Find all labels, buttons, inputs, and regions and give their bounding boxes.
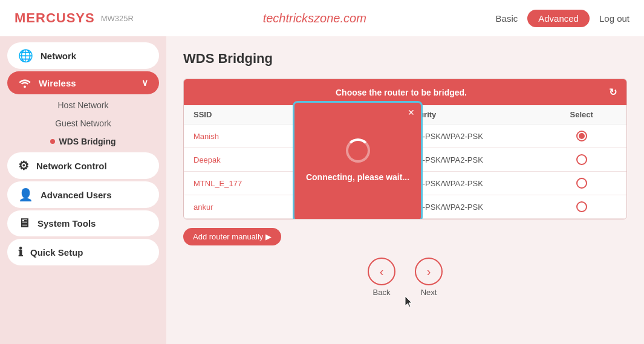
sidebar-item-wds-bridging[interactable]: WDS Bridging — [7, 133, 159, 150]
quick-setup-icon: ℹ — [18, 245, 23, 259]
header-nav: Basic Advanced Log out — [496, 10, 629, 27]
connecting-overlay: ✕ Connecting, please wait... — [293, 101, 423, 219]
col-security: Security — [405, 110, 546, 119]
sidebar-item-host-network[interactable]: Host Network — [7, 97, 159, 114]
row-select-2[interactable] — [546, 178, 617, 189]
cursor — [405, 296, 414, 311]
overlay-close-button[interactable]: ✕ — [408, 108, 415, 117]
next-button[interactable]: › — [415, 258, 443, 285]
wireless-icon — [18, 77, 31, 88]
sidebar-item-network-control[interactable]: ⚙ Network Control — [7, 152, 159, 179]
radio-empty-2[interactable] — [576, 178, 587, 189]
row-ssid-2: MTNL_E_177 — [194, 179, 299, 188]
advanced-nav-button[interactable]: Advanced — [527, 10, 590, 27]
sidebar-item-network[interactable]: 🌐 Network — [7, 42, 159, 69]
row-security-0: WPA-PSK/WPA2-PSK — [405, 132, 546, 141]
sidebar-item-advanced-users[interactable]: 👤 Advanced Users — [7, 181, 159, 208]
row-ssid-1: Deepak — [194, 155, 299, 164]
back-button-group: ‹ Back — [368, 258, 395, 297]
refresh-icon[interactable]: ↻ — [609, 86, 617, 98]
radio-selected-0[interactable] — [576, 131, 587, 141]
back-label: Back — [373, 288, 391, 297]
site-label: techtrickszone.com — [134, 11, 496, 25]
main-layout: 🌐 Network Wireless ∨ Host Network Guest … — [0, 36, 644, 344]
sidebar-item-network-control-label: Network Control — [36, 161, 107, 171]
sidebar-item-wireless-label: Wireless — [39, 78, 76, 88]
wireless-submenu: Host Network Guest Network WDS Bridging — [7, 97, 159, 150]
model-label: MW325R — [101, 14, 134, 23]
basic-nav-button[interactable]: Basic — [496, 13, 518, 24]
sidebar-item-network-label: Network — [41, 51, 76, 61]
sidebar-item-system-tools[interactable]: 🖥 System Tools — [7, 210, 159, 236]
radio-empty-3[interactable] — [576, 201, 587, 212]
nav-buttons: ‹ Back › Next — [183, 258, 627, 297]
system-tools-icon: 🖥 — [18, 216, 30, 230]
sidebar-item-advanced-users-label: Advanced Users — [41, 190, 112, 200]
row-select-3[interactable] — [546, 201, 617, 212]
brand-logo: MERCUSYS — [15, 10, 95, 26]
content-area: WDS Bridging Choose the router to be bri… — [166, 36, 644, 344]
sidebar-item-quick-setup[interactable]: ℹ Quick Setup — [7, 239, 159, 265]
advanced-users-icon: 👤 — [18, 187, 33, 202]
logout-button[interactable]: Log out — [599, 13, 629, 24]
next-button-group: › Next — [415, 258, 443, 297]
radio-empty-1[interactable] — [576, 154, 587, 165]
svg-point-0 — [24, 86, 26, 88]
row-security-1: WPA-PSK/WPA2-PSK — [405, 155, 546, 164]
row-ssid-3: ankur — [194, 203, 299, 212]
col-select: Select — [546, 110, 617, 119]
sidebar-item-system-tools-label: System Tools — [37, 218, 96, 229]
row-security-3: WPA-PSK/WPA2-PSK — [405, 203, 546, 212]
sidebar: 🌐 Network Wireless ∨ Host Network Guest … — [0, 36, 166, 344]
connecting-text: Connecting, please wait... — [306, 172, 409, 182]
col-ssid: SSID — [194, 110, 299, 119]
sidebar-item-wireless[interactable]: Wireless ∨ — [7, 71, 159, 94]
sidebar-item-quick-setup-label: Quick Setup — [30, 247, 83, 258]
row-ssid-0: Manish — [194, 132, 299, 141]
row-select-0[interactable] — [546, 131, 617, 141]
add-router-manually-button[interactable]: Add router manually ▶ — [183, 228, 281, 245]
row-security-2: WPA-PSK/WPA2-PSK — [405, 179, 546, 188]
next-label: Next — [421, 288, 437, 297]
network-icon: 🌐 — [18, 48, 33, 63]
row-select-1[interactable] — [546, 154, 617, 165]
header: MERCUSYS MW325R techtrickszone.com Basic… — [0, 0, 644, 36]
sidebar-item-guest-network[interactable]: Guest Network — [7, 115, 159, 132]
back-button[interactable]: ‹ — [368, 258, 395, 285]
page-title: WDS Bridging — [183, 51, 627, 67]
active-dot — [50, 139, 55, 144]
add-router-label: Add router manually ▶ — [193, 232, 272, 241]
loading-spinner — [346, 138, 370, 163]
network-control-icon: ⚙ — [18, 158, 29, 173]
wds-bridging-label: WDS Bridging — [59, 137, 115, 146]
wds-table: Choose the router to be bridged. ↻ SSID … — [183, 79, 627, 219]
wireless-chevron-icon: ∨ — [141, 77, 148, 88]
table-header-label: Choose the router to be bridged. — [194, 88, 609, 97]
